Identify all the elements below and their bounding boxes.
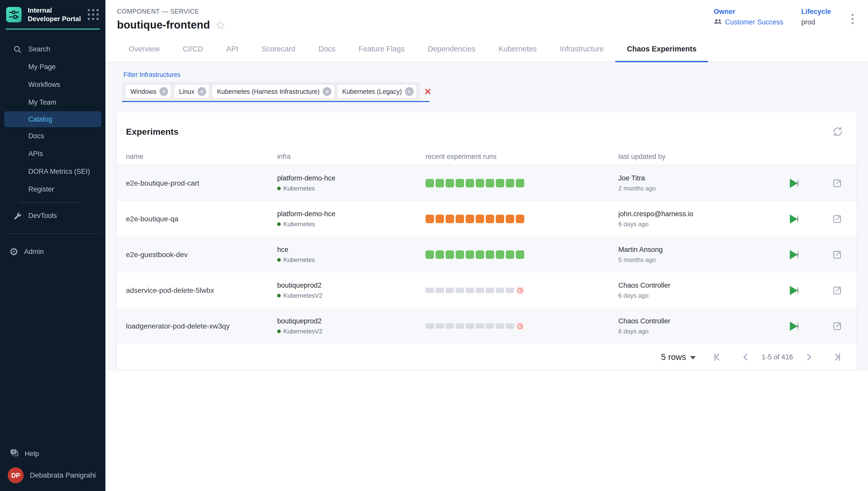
remove-chip-icon[interactable]: ×	[323, 87, 331, 96]
run-passed-square[interactable]	[516, 179, 524, 187]
run-scheduled-clock-icon[interactable]	[516, 286, 524, 295]
sidebar-item-register[interactable]: Register	[0, 180, 106, 198]
run-passed-square[interactable]	[516, 250, 524, 259]
sidebar-item-docs[interactable]: Docs	[0, 127, 106, 145]
tab-api[interactable]: API	[215, 36, 250, 62]
open-experiment-icon[interactable]	[832, 250, 842, 260]
run-passed-square[interactable]	[445, 179, 454, 187]
run-failed-square[interactable]	[426, 215, 434, 223]
tab-scorecard[interactable]: Scorecard	[250, 36, 307, 62]
run-failed-square[interactable]	[496, 215, 504, 223]
run-empty-square[interactable]	[436, 323, 444, 329]
run-failed-square[interactable]	[456, 215, 464, 223]
run-empty-square[interactable]	[445, 288, 454, 293]
run-empty-square[interactable]	[476, 323, 484, 329]
tab-docs[interactable]: Docs	[307, 36, 347, 62]
run-passed-square[interactable]	[496, 250, 504, 259]
tab-feature-flags[interactable]: Feature Flags	[347, 36, 416, 62]
run-passed-square[interactable]	[466, 250, 474, 259]
open-experiment-icon[interactable]	[832, 178, 842, 189]
tab-dependencies[interactable]: Dependencies	[416, 36, 487, 62]
sidebar-item-search[interactable]: Search	[0, 40, 106, 58]
run-empty-square[interactable]	[476, 288, 484, 293]
sidebar-user[interactable]: DP Debabrata Panigrahi	[0, 463, 106, 491]
run-passed-square[interactable]	[466, 179, 474, 187]
run-failed-square[interactable]	[476, 215, 484, 223]
owner-link[interactable]: Customer Success	[714, 18, 783, 26]
sidebar-item-my-team[interactable]: My Team	[0, 93, 106, 111]
remove-chip-icon[interactable]: ×	[405, 87, 414, 96]
remove-chip-icon[interactable]: ×	[198, 87, 206, 96]
tab-ci-cd[interactable]: CI/CD	[171, 36, 215, 62]
run-experiment-button[interactable]	[790, 250, 798, 259]
filter-chips-box[interactable]: Windows×Linux×Kubernetes (Harness Infras…	[122, 82, 420, 101]
run-experiment-button[interactable]	[790, 286, 798, 295]
run-empty-square[interactable]	[486, 288, 494, 293]
run-passed-square[interactable]	[476, 179, 484, 187]
run-failed-square[interactable]	[516, 215, 524, 223]
run-empty-square[interactable]	[466, 288, 474, 293]
run-empty-square[interactable]	[456, 323, 464, 329]
sidebar-item-devtools[interactable]: DevTools	[0, 207, 106, 225]
run-empty-square[interactable]	[506, 288, 514, 293]
open-experiment-icon[interactable]	[832, 321, 842, 331]
run-passed-square[interactable]	[476, 250, 484, 259]
app-switcher-grid-icon[interactable]	[88, 9, 99, 20]
run-passed-square[interactable]	[436, 250, 444, 259]
open-experiment-icon[interactable]	[832, 214, 842, 224]
run-empty-square[interactable]	[506, 323, 514, 329]
run-passed-square[interactable]	[445, 250, 454, 259]
run-passed-square[interactable]	[486, 179, 494, 187]
run-passed-square[interactable]	[436, 179, 444, 187]
run-empty-square[interactable]	[496, 288, 504, 293]
run-failed-square[interactable]	[445, 215, 454, 223]
kebab-menu-icon[interactable]	[849, 10, 856, 28]
last-page-button[interactable]	[831, 351, 842, 363]
clear-filters-icon[interactable]: ×	[420, 86, 436, 97]
tab-infrastructure[interactable]: Infrastructure	[548, 36, 615, 62]
run-passed-square[interactable]	[506, 179, 514, 187]
tab-chaos-experiments[interactable]: Chaos Experiments	[615, 36, 708, 62]
run-empty-square[interactable]	[436, 288, 444, 293]
remove-chip-icon[interactable]: ×	[160, 87, 168, 96]
sidebar-item-workflows[interactable]: Workflows	[0, 76, 106, 93]
tab-overview[interactable]: Overview	[117, 36, 171, 62]
run-empty-square[interactable]	[466, 323, 474, 329]
tab-kubernetes[interactable]: Kubernetes	[487, 36, 548, 62]
sidebar-item-apis[interactable]: APIs	[0, 145, 106, 163]
run-passed-square[interactable]	[506, 250, 514, 259]
sidebar-item-help[interactable]: ? Help	[0, 445, 106, 463]
run-empty-square[interactable]	[426, 323, 434, 329]
filter-input[interactable]: Windows×Linux×Kubernetes (Harness Infras…	[122, 82, 429, 102]
run-experiment-button[interactable]	[790, 322, 798, 331]
run-scheduled-clock-icon[interactable]	[516, 322, 524, 330]
run-empty-square[interactable]	[496, 323, 504, 329]
run-passed-square[interactable]	[426, 179, 434, 187]
run-empty-square[interactable]	[445, 323, 454, 329]
filter-infrastructures-link[interactable]: Filter Infrastructures	[123, 71, 180, 79]
run-passed-square[interactable]	[486, 250, 494, 259]
run-empty-square[interactable]	[486, 323, 494, 329]
run-failed-square[interactable]	[506, 215, 514, 223]
sidebar-item-dora-metrics-sei[interactable]: DORA Metrics (SEI)	[0, 163, 106, 180]
run-empty-square[interactable]	[456, 288, 464, 293]
run-failed-square[interactable]	[436, 215, 444, 223]
open-experiment-icon[interactable]	[832, 285, 842, 296]
rows-per-page-select[interactable]: 5 rows	[661, 352, 696, 362]
refresh-icon[interactable]	[832, 126, 844, 138]
run-experiment-button[interactable]	[790, 214, 798, 224]
next-page-button[interactable]	[803, 351, 814, 363]
prev-page-button[interactable]	[740, 351, 751, 363]
run-passed-square[interactable]	[496, 179, 504, 187]
sidebar-item-catalog[interactable]: Catalog	[4, 111, 101, 127]
run-passed-square[interactable]	[426, 250, 434, 259]
run-empty-square[interactable]	[426, 288, 434, 293]
run-passed-square[interactable]	[456, 179, 464, 187]
sidebar-item-my-page[interactable]: My Page	[0, 58, 106, 76]
favorite-star-icon[interactable]: ☆	[215, 19, 226, 31]
run-failed-square[interactable]	[486, 215, 494, 223]
run-passed-square[interactable]	[456, 250, 464, 259]
sidebar-item-admin[interactable]: ⚙ Admin	[0, 243, 106, 261]
first-page-button[interactable]	[712, 351, 724, 363]
run-failed-square[interactable]	[466, 215, 474, 223]
